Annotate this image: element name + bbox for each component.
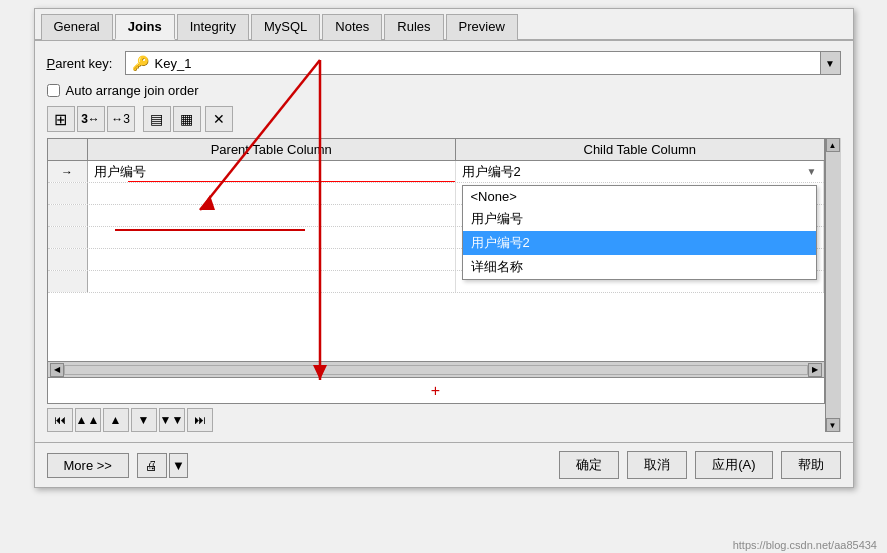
parent-key-row: Parent key: 🔑 Key_1 ▼ — [47, 51, 841, 75]
add-join-btn[interactable]: ⊞ — [47, 106, 75, 132]
child-col-dropdown-popup: <None> 用户编号 用户编号2 详细名称 — [462, 185, 817, 280]
delete-btn[interactable]: ✕ — [205, 106, 233, 132]
edit2-icon: ↔3 — [111, 112, 130, 126]
help-btn[interactable]: 帮助 — [781, 451, 841, 479]
tab-notes[interactable]: Notes — [322, 14, 382, 40]
edit2-btn[interactable]: ↔3 — [107, 106, 135, 132]
parent-key-label: Parent key: — [47, 56, 117, 71]
nav-prev-page-btn[interactable]: ▲▲ — [75, 408, 101, 432]
tab-mysql[interactable]: MySQL — [251, 14, 320, 40]
row-indicator — [48, 205, 88, 226]
dropdown-option-2[interactable]: 用户编号2 — [463, 231, 816, 255]
main-container: General Joins Integrity MySQL Notes Rule… — [34, 8, 854, 488]
dropdown-option-1[interactable]: 用户编号 — [463, 207, 816, 231]
parent-col-cell[interactable] — [88, 271, 456, 292]
grid-body: → 用户编号 用户编号2 ▼ — [48, 161, 824, 361]
row-indicator — [48, 271, 88, 292]
grid1-icon: ▤ — [150, 111, 163, 127]
grid-vertical-scrollbar[interactable]: ▲ ▼ — [825, 138, 841, 432]
confirm-btn[interactable]: 确定 — [559, 451, 619, 479]
child-col-cell[interactable]: 用户编号2 ▼ <None> 用户编号 用户编号2 详细名称 — [456, 161, 824, 182]
tab-joins[interactable]: Joins — [115, 14, 175, 40]
nav-next-btn[interactable]: ▼ — [131, 408, 157, 432]
key-name: Key_1 — [155, 56, 814, 71]
row-indicator — [48, 183, 88, 204]
more-btn[interactable]: More >> — [47, 453, 129, 478]
vscroll-down-btn[interactable]: ▼ — [826, 418, 840, 432]
cancel-btn[interactable]: 取消 — [627, 451, 687, 479]
header-indicator — [48, 139, 88, 160]
parent-key-select[interactable]: 🔑 Key_1 — [125, 51, 821, 75]
joins-content: Parent key: 🔑 Key_1 ▼ Auto arrange join … — [35, 41, 853, 442]
joins-grid: Parent Table Column Child Table Column →… — [47, 138, 825, 378]
parent-col-cell[interactable] — [88, 183, 456, 204]
header-parent-col: Parent Table Column — [88, 139, 457, 160]
url-bar: https://blog.csdn.net/aa85434 — [733, 539, 877, 551]
row-indicator — [48, 249, 88, 270]
parent-col-cell[interactable] — [88, 205, 456, 226]
grid2-icon: ▦ — [180, 111, 193, 127]
parent-col-cell[interactable] — [88, 227, 456, 248]
table-row: → 用户编号 用户编号2 ▼ — [48, 161, 824, 183]
auto-arrange-label: Auto arrange join order — [66, 83, 199, 98]
edit1-icon: 3↔ — [81, 112, 100, 126]
grid-main: Parent Table Column Child Table Column →… — [47, 138, 825, 432]
bottom-bar: More >> 🖨 ▼ 确定 取消 应用(A) 帮助 — [35, 442, 853, 487]
dropdown-option-none[interactable]: <None> — [463, 186, 816, 207]
more-btn-group: More >> — [47, 453, 129, 478]
vscroll-track — [826, 152, 841, 418]
print-btn-group: 🖨 ▼ — [137, 453, 188, 478]
grid-toolbar: ⊞ 3↔ ↔3 ▤ ▦ ✕ — [47, 106, 841, 132]
plus-icon: + — [431, 382, 440, 400]
edit1-btn[interactable]: 3↔ — [77, 106, 105, 132]
tab-bar: General Joins Integrity MySQL Notes Rule… — [35, 9, 853, 41]
tab-rules[interactable]: Rules — [384, 14, 443, 40]
grid2-btn[interactable]: ▦ — [173, 106, 201, 132]
nav-last-btn[interactable]: ⏭ — [187, 408, 213, 432]
child-col-value-display: 用户编号2 ▼ — [462, 163, 817, 181]
grid-header: Parent Table Column Child Table Column — [48, 139, 824, 161]
tab-general[interactable]: General — [41, 14, 113, 40]
delete-icon: ✕ — [213, 111, 225, 127]
scroll-left-btn[interactable]: ◀ — [50, 363, 64, 377]
print-btn[interactable]: 🖨 — [137, 453, 167, 478]
tab-preview[interactable]: Preview — [446, 14, 518, 40]
parent-col-cell[interactable] — [88, 249, 456, 270]
nav-prev-btn[interactable]: ▲ — [103, 408, 129, 432]
apply-btn[interactable]: 应用(A) — [695, 451, 772, 479]
dropdown-option-3[interactable]: 详细名称 — [463, 255, 816, 279]
header-child-col: Child Table Column — [456, 139, 824, 160]
child-col-dropdown[interactable]: 用户编号2 ▼ <None> 用户编号 用户编号2 详细名称 — [462, 163, 817, 181]
vscroll-up-btn[interactable]: ▲ — [826, 138, 840, 152]
auto-arrange-checkbox[interactable] — [47, 84, 60, 97]
tab-integrity[interactable]: Integrity — [177, 14, 249, 40]
grid-horizontal-scrollbar[interactable]: ◀ ▶ — [48, 361, 824, 377]
nav-first-btn[interactable]: ⏮ — [47, 408, 73, 432]
add-row-btn[interactable]: + — [47, 378, 825, 404]
grid1-btn[interactable]: ▤ — [143, 106, 171, 132]
auto-arrange-row: Auto arrange join order — [47, 83, 841, 98]
child-col-text: 用户编号2 — [462, 163, 807, 181]
add-join-icon: ⊞ — [54, 110, 67, 129]
parent-col-cell[interactable]: 用户编号 — [88, 161, 456, 182]
parent-col-value: 用户编号 — [94, 163, 146, 181]
parent-key-dropdown-btn[interactable]: ▼ — [821, 51, 841, 75]
print-dropdown-btn[interactable]: ▼ — [169, 453, 188, 478]
scroll-right-btn[interactable]: ▶ — [808, 363, 822, 377]
scroll-track[interactable] — [64, 365, 808, 375]
key-icon: 🔑 — [132, 55, 149, 71]
row-indicator: → — [48, 161, 88, 182]
grid-with-scroll: Parent Table Column Child Table Column →… — [47, 138, 841, 432]
nav-next-page-btn[interactable]: ▼▼ — [159, 408, 185, 432]
nav-buttons: ⏮ ▲▲ ▲ ▼ ▼▼ ⏭ — [47, 408, 825, 432]
row-indicator — [48, 227, 88, 248]
child-col-arrow: ▼ — [807, 166, 817, 177]
